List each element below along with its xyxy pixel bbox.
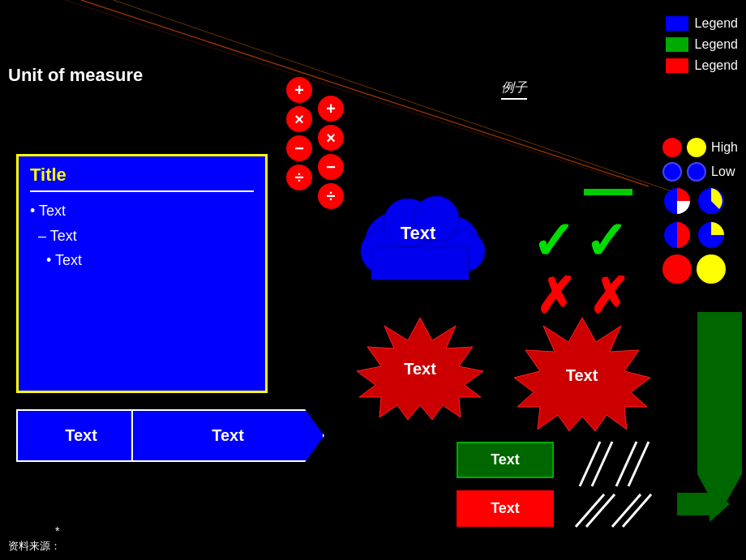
- cloud-shape: Text: [347, 174, 489, 292]
- op-times-2: ×: [318, 125, 344, 151]
- high-low-area: High Low: [662, 138, 738, 284]
- low-circle-blue-1: [662, 162, 682, 182]
- low-label: Low: [711, 165, 735, 179]
- legend-item-2: Legend: [666, 37, 738, 52]
- bullet-2: – Text: [30, 224, 254, 249]
- legend-area: Legend Legend Legend: [666, 16, 738, 73]
- high-circle-red: [662, 138, 682, 157]
- starburst-1-text: Text: [404, 360, 436, 378]
- pie-chart-3: [662, 220, 692, 250]
- asterisk-mark: *: [55, 524, 59, 537]
- unit-label: Unit of measure: [8, 65, 143, 86]
- bullet-3: • Text: [30, 248, 254, 273]
- blue-content-box: Title • Text – Text • Text: [16, 154, 268, 393]
- pie-row-2: [662, 220, 738, 250]
- checkmark-1: ✓: [531, 211, 575, 271]
- process-left: Text: [16, 409, 146, 462]
- solid-circle-red: [662, 254, 692, 284]
- legend-label-1: Legend: [695, 16, 738, 31]
- svg-line-15: [616, 442, 637, 486]
- process-box: Text Text: [16, 409, 324, 462]
- solid-circle-yellow: [697, 254, 726, 284]
- svg-rect-10: [371, 247, 469, 280]
- slash-marks: [572, 438, 669, 535]
- legend-label-3: Legend: [695, 58, 738, 73]
- cloud-text: Text: [401, 223, 436, 244]
- high-circle-yellow: [687, 138, 706, 157]
- red-text-box: Text: [457, 490, 554, 527]
- green-underline-bar: [584, 189, 632, 195]
- low-circle-blue-2: [687, 162, 706, 182]
- checkmark-2: ✓: [584, 211, 628, 271]
- starburst-2-text: Text: [566, 365, 598, 384]
- svg-line-13: [580, 442, 600, 486]
- svg-marker-26: [677, 486, 730, 522]
- op-div-1: ÷: [286, 165, 312, 190]
- legend-box-blue: [666, 16, 688, 31]
- svg-line-14: [592, 442, 612, 486]
- legend-box-red: [666, 58, 688, 73]
- example-label: 例子: [501, 79, 527, 100]
- op-plus-1: +: [286, 77, 312, 103]
- green-text-box: Text: [457, 442, 554, 478]
- op-minus-2: −: [318, 154, 344, 180]
- operators-col1: + × − ÷: [286, 77, 312, 190]
- op-plus-2: +: [318, 96, 344, 122]
- pie-chart-2: [697, 186, 726, 216]
- green-arrow-right: [677, 486, 730, 523]
- pie-row-1: [662, 186, 738, 216]
- legend-item-3: Legend: [666, 58, 738, 73]
- starburst-2: Text: [511, 316, 653, 434]
- blue-box-title: Title: [30, 165, 254, 192]
- op-times-1: ×: [286, 106, 312, 132]
- blue-box-bullets: • Text – Text • Text: [30, 199, 254, 273]
- low-row: Low: [662, 162, 738, 182]
- op-minus-1: −: [286, 135, 312, 161]
- source-label: 资料来源：: [8, 539, 61, 554]
- legend-item-1: Legend: [666, 16, 738, 31]
- legend-box-green: [666, 37, 688, 52]
- svg-marker-25: [697, 312, 742, 515]
- pie-chart-4: [697, 220, 726, 250]
- process-right: Text: [131, 409, 324, 462]
- op-div-2: ÷: [318, 183, 344, 209]
- high-label: High: [711, 140, 738, 155]
- pie-chart-1: [662, 186, 692, 216]
- starburst-1: Text: [355, 316, 485, 421]
- high-row: High: [662, 138, 738, 157]
- operators-col2: + × − ÷: [318, 96, 344, 209]
- bullet-1: • Text: [30, 199, 254, 224]
- legend-label-2: Legend: [695, 37, 738, 52]
- solid-circles-row: [662, 254, 738, 284]
- svg-line-16: [628, 442, 649, 486]
